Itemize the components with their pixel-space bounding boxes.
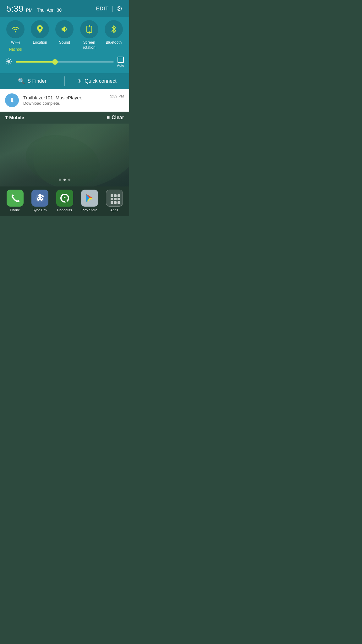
svg-point-19	[41, 198, 42, 199]
syncdev-label: Sync Dev	[32, 208, 47, 212]
brightness-slider[interactable]	[16, 61, 114, 63]
edit-button[interactable]: EDIT	[96, 6, 109, 12]
clear-button[interactable]: ≡ Clear	[107, 115, 124, 120]
svg-text:❝: ❝	[63, 196, 66, 201]
svg-line-12	[7, 63, 7, 64]
notification-subtitle: Download complete.	[23, 101, 106, 106]
clear-label: Clear	[112, 115, 124, 120]
dock-phone[interactable]: Phone	[7, 190, 24, 212]
rotation-label: Screenrotation	[83, 40, 96, 50]
notification-area: ⬇ Trailblazer101_MusicPlayer.. Download …	[0, 89, 129, 112]
quick-connect-icon: ✳	[77, 78, 82, 85]
dock: Phone Sync Dev ❝ Hangouts	[0, 186, 129, 216]
svg-line-11	[10, 59, 11, 60]
quick-connect-label: Quick connect	[85, 78, 116, 84]
notification-content: Trailblazer101_MusicPlayer.. Download co…	[23, 95, 106, 106]
dock-hangouts[interactable]: ❝ Hangouts	[56, 190, 73, 212]
svg-point-4	[7, 60, 10, 63]
home-dots	[0, 176, 129, 183]
svg-rect-25	[111, 198, 113, 200]
svg-point-20	[42, 195, 44, 197]
dot-2	[63, 179, 66, 181]
brightness-icon	[5, 58, 13, 66]
dock-syncdev[interactable]: Sync Dev	[31, 190, 48, 212]
svg-line-10	[10, 63, 11, 64]
screen-rotation-toggle[interactable]: Screenrotation	[80, 20, 98, 50]
wifi-icon-circle	[6, 20, 25, 38]
time-period: PM	[26, 8, 33, 13]
finder-bar: 🔍 S Finder ✳ Quick connect	[0, 73, 129, 89]
notification-card[interactable]: ⬇ Trailblazer101_MusicPlayer.. Download …	[0, 89, 129, 112]
dot-3	[68, 179, 70, 181]
wifi-label: Wi-Fi	[11, 40, 20, 45]
svg-rect-29	[114, 201, 117, 204]
bluetooth-label: Bluetooth	[106, 40, 122, 45]
bluetooth-toggle[interactable]: Bluetooth	[105, 20, 123, 45]
carrier-label: T-Mobile	[5, 115, 24, 120]
dot-1	[59, 179, 61, 181]
svg-point-1	[39, 27, 41, 29]
clear-icon: ≡	[107, 115, 110, 120]
wifi-sublabel: Nachos	[9, 47, 22, 52]
playstore-label: Play Store	[81, 208, 97, 212]
hangouts-label: Hangouts	[57, 208, 72, 212]
quick-icons-row: Wi-Fi Nachos Location Sound	[3, 20, 126, 52]
auto-brightness[interactable]: Auto	[117, 57, 124, 67]
location-label: Location	[33, 40, 47, 45]
dock-apps[interactable]: Apps	[106, 190, 123, 212]
search-icon: 🔍	[18, 78, 25, 85]
notification-title: Trailblazer101_MusicPlayer..	[23, 95, 106, 100]
playstore-icon	[81, 190, 98, 207]
svg-point-0	[15, 31, 16, 32]
svg-line-9	[7, 59, 7, 60]
sound-toggle[interactable]: Sound	[55, 20, 74, 45]
s-finder-label: S Finder	[27, 78, 46, 84]
location-toggle[interactable]: Location	[31, 20, 49, 45]
divider	[112, 6, 113, 12]
svg-rect-28	[111, 201, 113, 204]
svg-point-17	[38, 194, 41, 197]
hangouts-icon: ❝	[56, 190, 73, 207]
svg-rect-24	[118, 194, 120, 197]
time: 5:39	[6, 4, 24, 14]
quick-connect-button[interactable]: ✳ Quick connect	[65, 73, 129, 89]
s-finder-button[interactable]: 🔍 S Finder	[0, 73, 64, 89]
date: Thu, April 30	[37, 8, 62, 13]
desktop-wallpaper	[0, 124, 129, 186]
brightness-row: Auto	[3, 55, 126, 69]
phone-label: Phone	[10, 208, 20, 212]
carrier-row: T-Mobile ≡ Clear	[0, 112, 129, 124]
dock-playstore[interactable]: Play Store	[81, 190, 98, 212]
apps-grid-icon	[106, 190, 123, 207]
notification-icon: ⬇	[5, 93, 19, 107]
sound-icon-circle	[55, 20, 74, 38]
svg-marker-2	[62, 26, 65, 32]
svg-rect-26	[114, 198, 117, 200]
svg-rect-23	[114, 194, 117, 197]
apps-label: Apps	[110, 208, 118, 212]
reddit-icon	[31, 190, 48, 207]
svg-rect-30	[118, 201, 120, 204]
status-bar: 5:39 PM Thu, April 30 EDIT ⚙	[0, 0, 129, 17]
sound-label: Sound	[59, 40, 70, 45]
location-icon-circle	[31, 20, 49, 38]
bluetooth-icon-circle	[105, 20, 123, 38]
settings-gear-icon[interactable]: ⚙	[117, 5, 123, 13]
phone-icon	[7, 190, 24, 207]
svg-point-18	[38, 198, 39, 199]
svg-rect-22	[111, 194, 113, 197]
svg-rect-27	[118, 198, 120, 200]
notification-time: 5:39 PM	[110, 94, 124, 98]
quick-settings-panel: Wi-Fi Nachos Location Sound	[0, 17, 129, 73]
rotation-icon-circle	[80, 20, 98, 38]
wifi-toggle[interactable]: Wi-Fi Nachos	[6, 20, 25, 52]
